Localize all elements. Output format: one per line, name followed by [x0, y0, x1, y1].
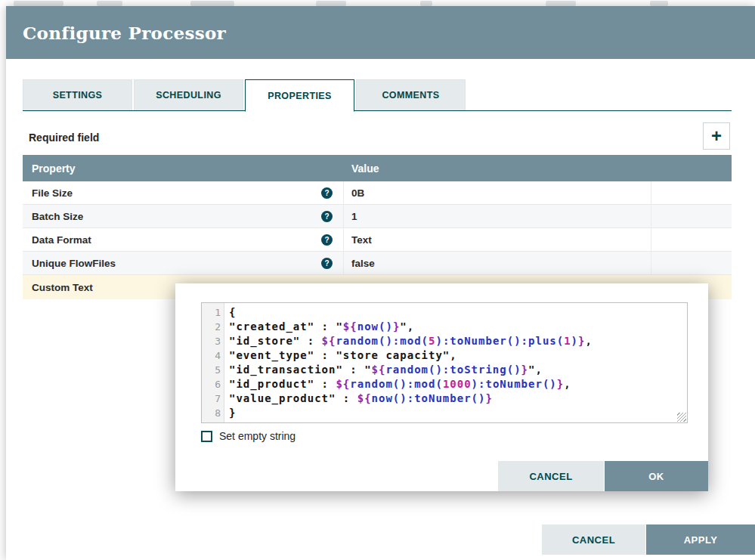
dialog-header: Configure Processor [6, 6, 755, 59]
tab-comments[interactable]: COMMENTS [356, 79, 466, 110]
editor-cancel-button[interactable]: CANCEL [498, 461, 604, 491]
property-row[interactable]: Data Format?Text [23, 228, 732, 252]
set-empty-string-checkbox[interactable] [201, 431, 212, 442]
property-name: Unique FlowFiles [32, 258, 116, 269]
help-icon[interactable]: ? [321, 187, 333, 199]
tab-settings[interactable]: SETTINGS [23, 79, 132, 110]
property-value[interactable]: 0B [351, 187, 364, 199]
property-table: Property Value File Size?0BBatch Size?1D… [23, 155, 732, 299]
property-name: Custom Text [32, 282, 93, 293]
editor-gutter: 12345678 [202, 303, 224, 422]
property-name: Batch Size [32, 211, 83, 222]
configure-processor-dialog: Configure Processor SETTINGSSCHEDULINGPR… [6, 6, 755, 560]
property-row[interactable]: File Size?0B [23, 181, 732, 205]
set-empty-string-label: Set empty string [219, 430, 296, 442]
canvas-icon [97, 1, 122, 6]
property-name: File Size [32, 187, 73, 199]
canvas-icon [190, 1, 234, 6]
dialog-title: Configure Processor [23, 23, 226, 43]
property-table-header: Property Value [23, 155, 732, 181]
canvas-icon [14, 1, 63, 6]
required-field-label: Required field [29, 131, 99, 144]
tab-properties[interactable]: PROPERTIES [245, 79, 354, 112]
canvas-icon [420, 1, 432, 6]
dialog-apply-button[interactable]: APPLY [646, 524, 755, 555]
editor-code[interactable]: {"created_at" : "${now()}","id_store" : … [224, 303, 687, 422]
value-editor-popup: 12345678 {"created_at" : "${now()}","id_… [175, 283, 708, 491]
nifi-page: Configure Processor SETTINGSSCHEDULINGPR… [0, 0, 755, 560]
add-property-button[interactable]: + [703, 122, 730, 150]
tab-bar: SETTINGSSCHEDULINGPROPERTIESCOMMENTS [23, 79, 732, 111]
dialog-footer: CANCEL APPLY [542, 524, 755, 555]
property-row[interactable]: Unique FlowFiles?false [23, 252, 732, 275]
property-value[interactable]: 1 [351, 211, 357, 222]
canvas-icon [650, 1, 668, 6]
help-icon[interactable]: ? [321, 234, 333, 246]
editor-buttons: CANCEL OK [498, 461, 708, 491]
property-value[interactable]: false [351, 258, 375, 269]
property-table-body: File Size?0BBatch Size?1Data Format?Text… [23, 181, 732, 299]
help-icon[interactable]: ? [321, 258, 333, 269]
editor-resize-handle[interactable] [677, 413, 686, 422]
property-row[interactable]: Batch Size?1 [23, 205, 732, 228]
tab-scheduling[interactable]: SCHEDULING [134, 79, 243, 110]
column-header-value: Value [344, 162, 651, 175]
column-header-property: Property [23, 162, 344, 175]
dialog-cancel-button[interactable]: CANCEL [542, 524, 645, 555]
code-editor[interactable]: 12345678 {"created_at" : "${now()}","id_… [201, 302, 688, 423]
editor-ok-button[interactable]: OK [605, 461, 708, 491]
property-name: Data Format [32, 234, 91, 246]
help-icon[interactable]: ? [321, 211, 333, 222]
required-field-row: Required field + [29, 121, 732, 151]
canvas-icon [546, 1, 576, 6]
property-value[interactable]: Text [351, 234, 372, 246]
set-empty-string-row: Set empty string [201, 430, 296, 442]
canvas-icon [316, 1, 346, 6]
